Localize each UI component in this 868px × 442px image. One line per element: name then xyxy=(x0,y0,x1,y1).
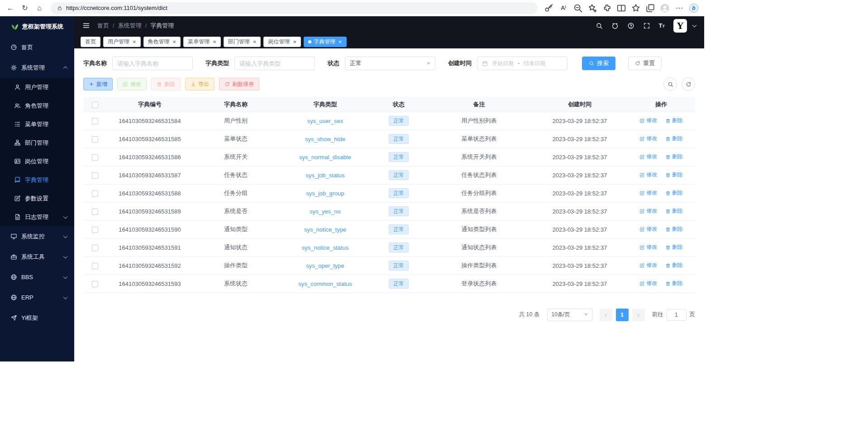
row-checkbox[interactable] xyxy=(92,190,98,197)
tab-home[interactable]: 首页 xyxy=(81,37,100,47)
copilot-bing-icon[interactable]: b xyxy=(687,2,701,14)
page-size-select[interactable]: 10条/页 xyxy=(547,309,592,321)
delete-button[interactable]: 删除 xyxy=(151,78,181,90)
help-icon[interactable] xyxy=(627,22,634,29)
dict-type-link[interactable]: sys_normal_disable xyxy=(299,154,351,161)
dict-name-input[interactable] xyxy=(112,57,193,70)
sidebar-group-erp[interactable]: ERP xyxy=(0,287,74,308)
sidebar-group-system-mgmt[interactable]: 系统管理 xyxy=(0,57,74,78)
prev-page-button[interactable]: ‹ xyxy=(600,309,612,321)
close-icon[interactable]: × xyxy=(173,39,176,45)
fullscreen-icon[interactable] xyxy=(643,22,650,29)
status-select[interactable]: 正常 xyxy=(345,57,435,70)
delete-link[interactable]: 删除 xyxy=(665,280,683,287)
select-all-checkbox[interactable] xyxy=(92,102,98,108)
row-checkbox[interactable] xyxy=(92,172,98,179)
row-checkbox[interactable] xyxy=(92,281,98,287)
edit-link[interactable]: 修改 xyxy=(639,261,657,269)
breadcrumb-item[interactable]: 字典管理 xyxy=(145,22,174,30)
sidebar-item-dept-mgmt[interactable]: 部门管理 xyxy=(0,133,74,152)
row-checkbox[interactable] xyxy=(92,136,98,143)
reset-button[interactable]: 重置 xyxy=(628,57,662,70)
sidebar-item-home[interactable]: 首页 xyxy=(0,37,74,57)
dict-type-link[interactable]: sys_yes_no xyxy=(310,208,341,215)
refresh-table-button[interactable] xyxy=(682,77,695,91)
caret-down-icon[interactable] xyxy=(692,23,697,28)
delete-link[interactable]: 删除 xyxy=(665,189,683,197)
sidebar-item-menu-mgmt[interactable]: 菜单管理 xyxy=(0,115,74,133)
row-checkbox[interactable] xyxy=(92,118,98,124)
tab-menu-mgmt[interactable]: 菜单管理 × xyxy=(183,37,221,47)
edit-link[interactable]: 修改 xyxy=(639,207,657,215)
hamburger-icon[interactable] xyxy=(82,22,90,29)
tab-role-mgmt[interactable]: 角色管理 × xyxy=(143,37,181,47)
edit-link[interactable]: 修改 xyxy=(639,225,657,233)
dict-type-link[interactable]: sys_notice_status xyxy=(302,244,348,251)
add-button[interactable]: 新增 xyxy=(83,78,113,90)
sidebar-item-role-mgmt[interactable]: 角色管理 xyxy=(0,96,74,115)
delete-link[interactable]: 删除 xyxy=(665,135,683,143)
delete-link[interactable]: 删除 xyxy=(665,207,683,215)
close-icon[interactable]: × xyxy=(133,39,136,45)
export-button[interactable]: 导出 xyxy=(185,78,215,90)
home-icon[interactable]: ⌂ xyxy=(33,2,46,14)
dict-type-input[interactable] xyxy=(234,57,315,70)
delete-link[interactable]: 删除 xyxy=(665,225,683,233)
edit-link[interactable]: 修改 xyxy=(639,135,657,143)
profile-avatar-icon[interactable] xyxy=(658,2,672,14)
dict-type-link[interactable]: sys_show_hide xyxy=(305,136,345,143)
dict-type-link[interactable]: sys_notice_type xyxy=(304,226,346,233)
close-icon[interactable]: × xyxy=(339,39,342,45)
row-checkbox[interactable] xyxy=(92,227,98,233)
tab-dept-mgmt[interactable]: 部门管理 × xyxy=(224,37,261,47)
edit-link[interactable]: 修改 xyxy=(639,171,657,179)
dict-type-link[interactable]: sys_common_status xyxy=(298,280,352,287)
address-bar[interactable]: https://ccnetcore.com:1101/system/dict xyxy=(51,2,538,14)
favorites-icon[interactable] xyxy=(629,2,643,14)
delete-link[interactable]: 删除 xyxy=(665,171,683,179)
sidebar-item-param-settings[interactable]: 参数设置 xyxy=(0,189,74,208)
user-avatar-logo[interactable]: Y xyxy=(673,19,687,33)
delete-link[interactable]: 删除 xyxy=(665,153,683,161)
dict-type-link[interactable]: sys_job_group xyxy=(306,190,344,197)
settings-more-icon[interactable]: ⋯ xyxy=(672,2,686,14)
row-checkbox[interactable] xyxy=(92,154,98,161)
next-page-button[interactable]: › xyxy=(632,309,645,321)
sidebar-group-bbs[interactable]: BBS xyxy=(0,267,74,287)
edit-button[interactable]: 修改 xyxy=(117,78,147,90)
read-aloud-icon[interactable]: A) xyxy=(557,2,570,14)
password-key-icon[interactable] xyxy=(542,2,556,14)
row-checkbox[interactable] xyxy=(92,245,98,251)
tab-post-mgmt[interactable]: 岗位管理 × xyxy=(263,37,301,47)
search-icon[interactable] xyxy=(596,22,603,29)
zoom-out-icon[interactable] xyxy=(571,2,585,14)
edit-link[interactable]: 修改 xyxy=(639,243,657,251)
font-size-icon[interactable]: TT xyxy=(659,23,665,29)
sidebar-item-yi-framework[interactable]: Yi框架 xyxy=(0,308,74,328)
row-checkbox[interactable] xyxy=(92,209,98,215)
current-page[interactable]: 1 xyxy=(616,309,629,321)
sidebar-group-monitor[interactable]: 系统监控 xyxy=(0,226,74,247)
tab-user-mgmt[interactable]: 用户管理 × xyxy=(103,37,141,47)
split-screen-icon[interactable] xyxy=(615,2,628,14)
search-button[interactable]: 搜索 xyxy=(582,57,615,70)
sidebar-item-dict-mgmt[interactable]: 字典管理 xyxy=(0,171,74,189)
refresh-cache-button[interactable]: 刷新缓存 xyxy=(219,78,259,90)
sidebar-item-user-mgmt[interactable]: 用户管理 xyxy=(0,78,74,96)
edit-link[interactable]: 修改 xyxy=(639,280,657,287)
reload-icon[interactable]: ↻ xyxy=(18,2,32,14)
extensions-icon[interactable] xyxy=(600,2,614,14)
close-icon[interactable]: × xyxy=(253,39,257,45)
breadcrumb-item[interactable]: 首页 xyxy=(97,22,109,30)
sidebar-group-log-mgmt[interactable]: 日志管理 xyxy=(0,208,74,226)
collections-icon[interactable] xyxy=(644,2,657,14)
delete-link[interactable]: 删除 xyxy=(665,117,683,124)
edit-link[interactable]: 修改 xyxy=(639,189,657,197)
close-icon[interactable]: × xyxy=(293,39,296,45)
favorite-add-icon[interactable] xyxy=(586,2,599,14)
breadcrumb-item[interactable]: 系统管理 xyxy=(113,22,142,30)
date-range-picker[interactable]: 开始日期 - 结束日期 xyxy=(477,57,568,70)
sidebar-item-post-mgmt[interactable]: 岗位管理 xyxy=(0,152,74,171)
tab-dict-mgmt[interactable]: 字典管理 × xyxy=(304,37,347,47)
goto-page-input[interactable] xyxy=(667,309,687,321)
